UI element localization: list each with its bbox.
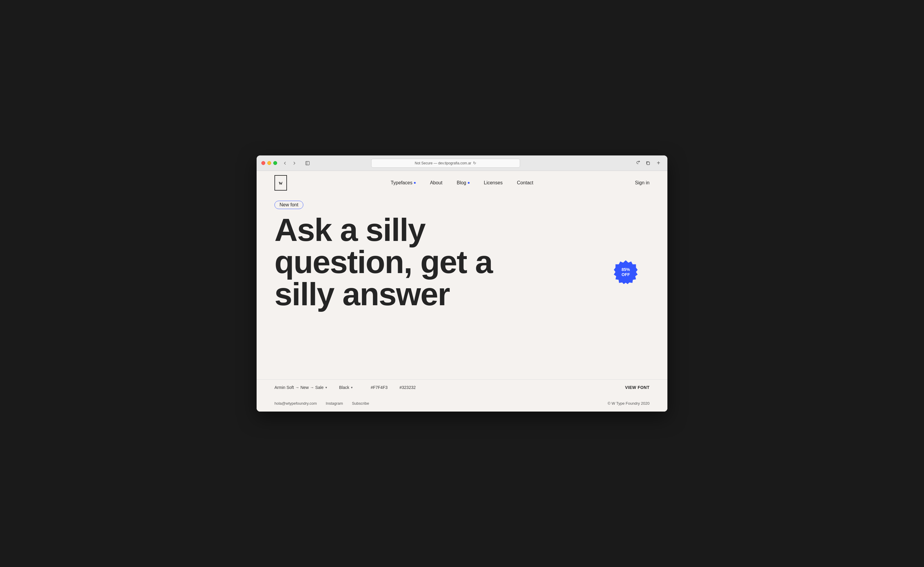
footer-subscribe[interactable]: Subscribe <box>352 401 369 406</box>
share-button[interactable] <box>635 160 642 167</box>
footer: hola@wtypefoundry.com Instagram Subscrib… <box>256 395 668 412</box>
address-text: Not Secure — dev.tipografia.com.ar <box>415 161 471 165</box>
footer-links: hola@wtypefoundry.com Instagram Subscrib… <box>274 401 369 406</box>
blog-dot <box>468 182 470 184</box>
weight-chevron-icon: ▾ <box>351 386 353 390</box>
close-button[interactable] <box>261 161 265 165</box>
maximize-button[interactable] <box>273 161 277 165</box>
address-bar[interactable]: Not Secure — dev.tipografia.com.ar ↻ <box>371 159 520 168</box>
svg-rect-0 <box>306 161 309 165</box>
bg-color-value[interactable]: #F7F4F3 <box>370 385 388 390</box>
text-color-value[interactable]: #323232 <box>399 385 416 390</box>
nav-typefaces[interactable]: Typefaces <box>390 180 416 185</box>
nav-buttons <box>281 160 298 167</box>
footer-instagram[interactable]: Instagram <box>326 401 343 406</box>
nav-blog[interactable]: Blog <box>457 180 470 185</box>
forward-button[interactable] <box>290 160 298 167</box>
toolbar: Armin Soft → New → Sale ▾ Black ▾ #F7F4F… <box>256 379 668 395</box>
main-nav: w Typefaces About Blog Licenses <box>256 171 668 195</box>
footer-email[interactable]: hola@wtypefoundry.com <box>274 401 317 406</box>
weight-selector[interactable]: Black ▾ <box>339 385 353 390</box>
browser-actions: + <box>635 159 663 167</box>
hero-section: New font Ask a silly question, get a sil… <box>256 195 668 379</box>
page-content: w Typefaces About Blog Licenses <box>256 171 668 412</box>
nav-about[interactable]: About <box>430 180 442 185</box>
svg-rect-2 <box>647 162 650 165</box>
nav-links: Typefaces About Blog Licenses Contact <box>390 180 533 185</box>
view-font-button[interactable]: VIEW FONT <box>625 385 650 390</box>
browser-chrome: Not Secure — dev.tipografia.com.ar ↻ + <box>256 155 668 171</box>
typefaces-dot <box>414 182 416 184</box>
reload-button[interactable]: ↻ <box>473 161 476 165</box>
sidebar-button[interactable] <box>303 160 312 167</box>
browser-window: Not Secure — dev.tipografia.com.ar ↻ + w… <box>256 155 668 412</box>
hero-headline: Ask a silly question, get a silly answer <box>274 214 650 379</box>
font-chevron-icon: ▾ <box>326 386 327 390</box>
copyright: © W Type Foundry 2020 <box>608 401 650 406</box>
new-font-badge: New font <box>274 201 303 209</box>
minimize-button[interactable] <box>267 161 271 165</box>
traffic-lights <box>261 161 277 165</box>
logo[interactable]: w <box>274 175 287 191</box>
nav-contact[interactable]: Contact <box>517 180 533 185</box>
sign-in-button[interactable]: Sign in <box>635 180 650 185</box>
add-tab-button[interactable]: + <box>654 159 663 167</box>
nav-licenses[interactable]: Licenses <box>484 180 502 185</box>
logo-letter: w <box>279 180 283 186</box>
duplicate-tab-button[interactable] <box>645 160 651 167</box>
font-selector[interactable]: Armin Soft → New → Sale ▾ <box>274 385 327 390</box>
back-button[interactable] <box>281 160 289 167</box>
